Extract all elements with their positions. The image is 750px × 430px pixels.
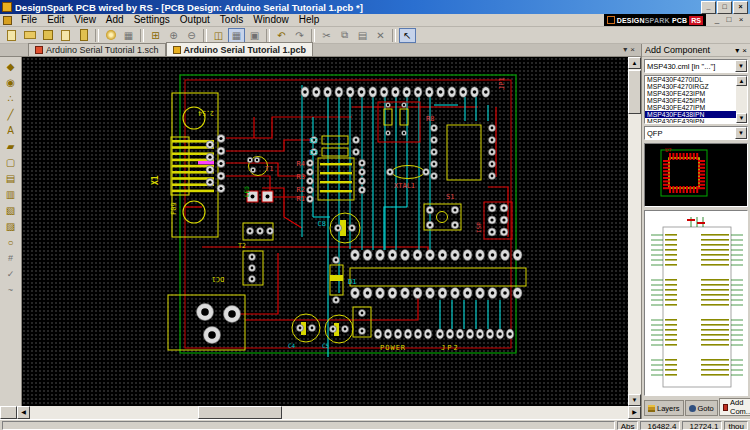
mdi-close-button[interactable]: × [736, 15, 746, 25]
jumper-square-pads[interactable] [247, 191, 273, 202]
add-via-icon[interactable]: ∴ [2, 90, 20, 106]
add-copper-pour-icon[interactable]: ▰ [2, 138, 20, 154]
tab-pcb[interactable]: Arduino Serial Tutorial 1.pcb [166, 42, 313, 56]
library-dropdown-icon[interactable]: ▼ [735, 60, 747, 72]
design-technology-icon[interactable]: ▦ [120, 28, 137, 43]
canvas-vertical-scrollbar[interactable]: ▲ ▼ [628, 57, 641, 406]
paste-icon[interactable]: ▤ [354, 28, 371, 43]
menu-settings[interactable]: Settings [129, 14, 175, 26]
menu-tools[interactable]: Tools [215, 14, 248, 26]
scroll-right-icon[interactable]: ▶ [628, 406, 641, 419]
status-y-coordinate: 12724.1 [682, 421, 722, 430]
label-c5: C5 [322, 342, 330, 349]
menu-add[interactable]: Add [101, 14, 129, 26]
scroll-left-icon[interactable]: ◀ [17, 406, 30, 419]
component-list-item[interactable]: MSP430FE439IPN [645, 118, 747, 124]
add-track-icon[interactable]: ╱ [2, 106, 20, 122]
component-list-item[interactable]: MSP430F4270IDL [645, 76, 747, 83]
scroll-up-icon[interactable]: ▲ [628, 57, 641, 69]
jp1-header-pads[interactable] [301, 87, 490, 97]
menu-view[interactable]: View [69, 14, 101, 26]
add-shape-poly-icon[interactable]: ▨ [2, 218, 20, 234]
menu-output[interactable]: Output [175, 14, 215, 26]
footprint-preview: U? [644, 143, 748, 207]
save-icon[interactable] [39, 28, 56, 43]
minimize-button[interactable]: _ [701, 1, 716, 14]
redo-icon[interactable]: ↷ [291, 28, 308, 43]
library-combobox[interactable]: MSP430.cml [in "..."] ▼ [644, 59, 748, 73]
package-combobox[interactable]: QFP ▼ [644, 126, 748, 140]
restore-button[interactable]: □ [717, 1, 732, 14]
component-list-item[interactable]: MSP430F4270IRGZ [645, 83, 747, 90]
dimension-icon[interactable]: # [2, 250, 20, 266]
library-icon[interactable] [75, 28, 92, 43]
power-header-pads[interactable] [374, 329, 432, 339]
menu-file[interactable]: File [16, 14, 42, 26]
delete-icon[interactable]: ✕ [372, 28, 389, 43]
pcb-design-canvas[interactable]: X1 F09 2.54 T1 LED D2 D3 R4 R3 R2 R1 R8 … [22, 57, 628, 406]
component-list-item[interactable]: MSP430FE427IPM [645, 104, 747, 111]
status-x-coordinate: 16482.4 [640, 421, 680, 430]
menu-help[interactable]: Help [294, 14, 325, 26]
list-scroll-up-icon[interactable]: ▲ [736, 76, 747, 86]
close-button[interactable]: × [733, 1, 748, 14]
tab-add-component[interactable]: Add Com... [719, 398, 750, 416]
panel-close-icon[interactable]: × [742, 46, 747, 55]
tab-schematic[interactable]: Arduino Serial Tutorial 1.sch [28, 43, 166, 56]
jp2-header-pads[interactable] [436, 329, 514, 339]
scroll-down-icon[interactable]: ▼ [628, 394, 641, 406]
app-icon [2, 2, 12, 12]
package-dropdown-icon[interactable]: ▼ [735, 127, 747, 139]
settings-gears-icon[interactable] [102, 28, 119, 43]
component-list-item-selected[interactable]: MSP430FE438IPN [645, 111, 747, 118]
copy-icon[interactable]: ⧉ [336, 28, 353, 43]
teardrop-icon[interactable]: ~ [2, 282, 20, 298]
board-view-icon[interactable]: ▣ [246, 28, 263, 43]
mdi-restore-button[interactable]: □ [724, 15, 734, 25]
label-c8: C8 [318, 220, 326, 228]
tab-close-icon[interactable]: × [630, 45, 635, 54]
colors-icon[interactable]: ◫ [210, 28, 227, 43]
undo-icon[interactable]: ↶ [273, 28, 290, 43]
package-combobox-value: QFP [645, 129, 735, 138]
cut-icon[interactable]: ✂ [318, 28, 335, 43]
add-shape-hatch-icon[interactable]: ▧ [2, 202, 20, 218]
menu-bar: File Edit View Add Settings Output Tools… [0, 14, 750, 27]
add-text-icon[interactable]: A [2, 122, 20, 138]
label-t1: T1 [265, 165, 273, 173]
open-file-icon[interactable] [21, 28, 38, 43]
tab-layers[interactable]: Layers [644, 400, 684, 416]
zoom-extents-icon[interactable]: ⊞ [147, 28, 164, 43]
add-shape-rect-icon[interactable]: ▤ [2, 170, 20, 186]
canvas-horizontal-scrollbar[interactable]: ◀ ▶ [0, 406, 641, 419]
add-board-shape-icon[interactable]: ▢ [2, 154, 20, 170]
measure-icon[interactable]: ✓ [2, 266, 20, 282]
component-list-item[interactable]: MSP430FE423IPM [645, 90, 747, 97]
component-list-item[interactable]: MSP430FE425IPM [645, 97, 747, 104]
label-d3: D3 [310, 149, 318, 157]
dip-ic-pads[interactable] [351, 250, 523, 299]
select-pointer-icon[interactable]: ↖ [399, 28, 416, 43]
menu-edit[interactable]: Edit [42, 14, 69, 26]
component-listbox[interactable]: MSP430F4270IDL MSP430F4270IRGZ MSP430FE4… [644, 75, 748, 124]
list-scrollbar[interactable]: ▲ ▼ [736, 76, 747, 123]
add-shape-circle-icon[interactable]: ○ [2, 234, 20, 250]
tab-scroll-icon[interactable]: ▾ [623, 45, 627, 54]
add-shape-fill-icon[interactable]: ▥ [2, 186, 20, 202]
tab-goto[interactable]: Goto [685, 400, 718, 416]
menu-window[interactable]: Window [248, 14, 294, 26]
vertical-scroll-thumb[interactable] [628, 70, 641, 114]
new-file-icon[interactable] [3, 28, 20, 43]
mdi-minimize-button[interactable]: _ [712, 15, 722, 25]
add-pad-icon[interactable]: ◉ [2, 74, 20, 90]
close-file-icon[interactable] [57, 28, 74, 43]
grid-toggle-icon[interactable]: ▦ [228, 28, 245, 43]
add-component-icon[interactable]: ◆ [2, 58, 20, 74]
panel-menu-icon[interactable]: ▾ [735, 46, 739, 55]
designspark-logo: DESIGNSPARK PCB RS [604, 14, 706, 26]
horizontal-scroll-thumb[interactable] [198, 406, 282, 419]
dc-jack-ring-pads[interactable] [197, 304, 241, 344]
zoom-in-icon[interactable]: ⊕ [165, 28, 182, 43]
zoom-out-icon[interactable]: ⊖ [183, 28, 200, 43]
list-scroll-down-icon[interactable]: ▼ [736, 113, 747, 123]
